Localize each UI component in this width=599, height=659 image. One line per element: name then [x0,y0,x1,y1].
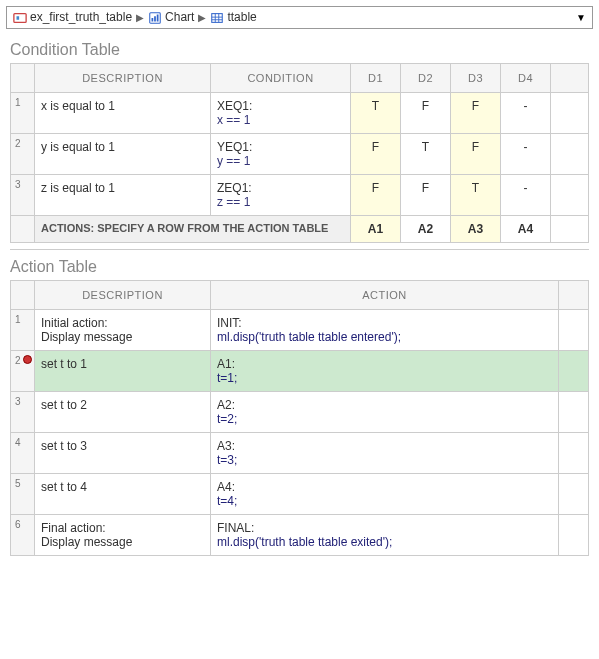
table-row[interactable]: 6Final action:Display messageFINAL:ml.di… [11,514,589,555]
model-icon [13,10,27,25]
action-table-section: Action Table DESCRIPTION ACTION 1Initial… [0,250,599,558]
svg-rect-4 [154,16,156,21]
condition-table-title: Condition Table [10,41,589,59]
decision-cell[interactable]: T [451,174,501,215]
decision-cell[interactable]: - [501,92,551,133]
breadcrumb[interactable]: ex_first_truth_table ▶ Chart ▶ ttable ▼ [6,6,593,29]
condition-cell[interactable]: YEQ1:y == 1 [211,133,351,174]
col-header-d3: D3 [451,63,501,92]
pad-cell [559,391,589,432]
row-number: 4 [11,432,35,473]
description-cell[interactable]: set t to 2 [35,391,211,432]
description-cell[interactable]: y is equal to 1 [35,133,211,174]
row-number [11,215,35,242]
table-row[interactable]: 2y is equal to 1YEQ1:y == 1FTF- [11,133,589,174]
action-cell[interactable]: INIT:ml.disp('truth table ttable entered… [211,309,559,350]
col-header-condition: CONDITION [211,63,351,92]
breadcrumb-label: Chart [165,10,194,24]
condition-cell[interactable]: ZEQ1:z == 1 [211,174,351,215]
row-number: 2 [11,133,35,174]
action-ref-cell[interactable]: A3 [451,215,501,242]
col-header-description: DESCRIPTION [35,63,211,92]
chart-icon [148,10,162,25]
row-number: 3 [11,391,35,432]
col-header-action: ACTION [211,280,559,309]
description-cell[interactable]: set t to 1 [35,350,211,391]
action-cell[interactable]: A1:t=1; [211,350,559,391]
action-ref-cell[interactable]: A1 [351,215,401,242]
description-cell[interactable]: Final action:Display message [35,514,211,555]
action-ref-cell[interactable]: A4 [501,215,551,242]
breadcrumb-item-chart[interactable]: Chart [148,10,194,25]
row-number: 3 [11,174,35,215]
chevron-right-icon: ▶ [136,12,144,23]
action-cell[interactable]: A4:t=4; [211,473,559,514]
svg-rect-3 [152,18,154,22]
decision-cell[interactable]: T [351,92,401,133]
action-ref-cell[interactable]: A2 [401,215,451,242]
action-table[interactable]: DESCRIPTION ACTION 1Initial action:Displ… [10,280,589,556]
action-cell[interactable]: A3:t=3; [211,432,559,473]
decision-cell[interactable]: - [501,174,551,215]
action-cell[interactable]: FINAL:ml.disp('truth table ttable exited… [211,514,559,555]
description-cell[interactable]: z is equal to 1 [35,174,211,215]
row-number: 6 [11,514,35,555]
col-header-description: DESCRIPTION [35,280,211,309]
row-number: 1 [11,92,35,133]
breadcrumb-item-ttable[interactable]: ttable [210,10,256,25]
table-icon [210,10,224,25]
pad-cell [559,309,589,350]
table-row[interactable]: 1Initial action:Display messageINIT:ml.d… [11,309,589,350]
condition-table[interactable]: DESCRIPTION CONDITION D1 D2 D3 D4 1x is … [10,63,589,243]
svg-rect-6 [212,13,223,22]
breadcrumb-label: ttable [227,10,256,24]
breadcrumb-dropdown[interactable]: ▼ [576,12,586,23]
table-row[interactable]: 4set t to 3A3:t=3; [11,432,589,473]
svg-rect-5 [157,14,159,21]
pad-cell [551,174,589,215]
row-number: 5 [11,473,35,514]
table-row[interactable]: 1x is equal to 1XEQ1:x == 1TFF- [11,92,589,133]
description-cell[interactable]: set t to 3 [35,432,211,473]
action-table-title: Action Table [10,258,589,276]
decision-cell[interactable]: F [401,92,451,133]
pad-cell [559,473,589,514]
svg-rect-1 [17,16,20,20]
col-header-num [11,63,35,92]
decision-cell[interactable]: F [451,133,501,174]
description-cell[interactable]: x is equal to 1 [35,92,211,133]
action-cell[interactable]: A2:t=2; [211,391,559,432]
col-header-pad [559,280,589,309]
pad-cell [559,432,589,473]
col-header-num [11,280,35,309]
pad-cell [551,215,589,242]
col-header-d1: D1 [351,63,401,92]
pad-cell [559,514,589,555]
pad-cell [551,133,589,174]
decision-cell[interactable]: F [451,92,501,133]
pad-cell [551,92,589,133]
description-cell[interactable]: Initial action:Display message [35,309,211,350]
table-row[interactable]: 3z is equal to 1ZEQ1:z == 1FFT- [11,174,589,215]
pad-cell [559,350,589,391]
condition-cell[interactable]: XEQ1:x == 1 [211,92,351,133]
decision-cell[interactable]: T [401,133,451,174]
col-header-d2: D2 [401,63,451,92]
table-row[interactable]: 5set t to 4A4:t=4; [11,473,589,514]
breakpoint-icon[interactable] [23,355,32,364]
col-header-pad [551,63,589,92]
chevron-right-icon: ▶ [198,12,206,23]
row-number: 2 [11,350,35,391]
decision-cell[interactable]: F [351,174,401,215]
row-number: 1 [11,309,35,350]
decision-cell[interactable]: F [401,174,451,215]
actions-row[interactable]: ACTIONS: SPECIFY A ROW FROM THE ACTION T… [11,215,589,242]
decision-cell[interactable]: - [501,133,551,174]
condition-table-section: Condition Table DESCRIPTION CONDITION D1… [0,33,599,245]
table-row[interactable]: 2set t to 1A1:t=1; [11,350,589,391]
svg-rect-0 [14,13,26,22]
decision-cell[interactable]: F [351,133,401,174]
table-row[interactable]: 3set t to 2A2:t=2; [11,391,589,432]
breadcrumb-item-model[interactable]: ex_first_truth_table [13,10,132,25]
description-cell[interactable]: set t to 4 [35,473,211,514]
